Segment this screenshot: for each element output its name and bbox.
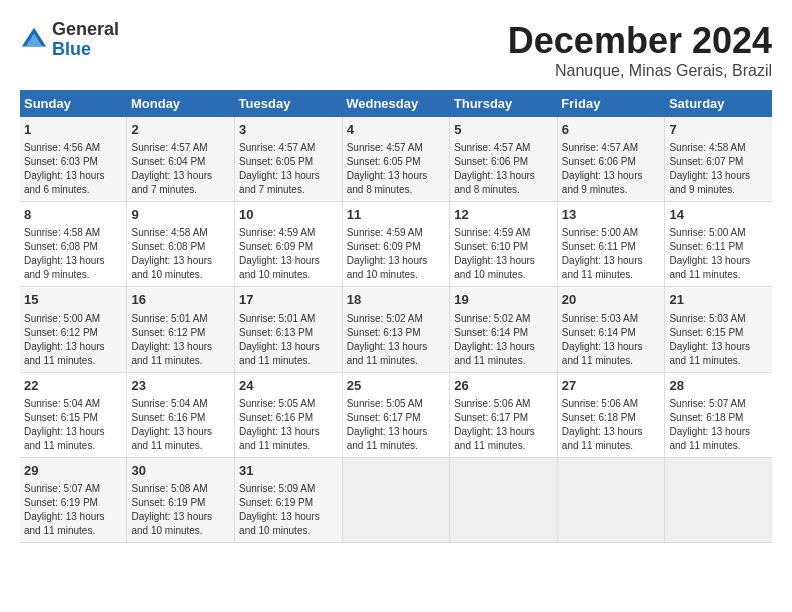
daylight-label: Daylight: 13 hours [24, 426, 105, 437]
day-number: 19 [454, 291, 553, 309]
daylight-label: Daylight: 13 hours [347, 341, 428, 352]
calendar-cell: 22Sunrise: 5:04 AMSunset: 6:15 PMDayligh… [20, 372, 127, 457]
daylight-minutes: and 11 minutes. [562, 355, 633, 366]
daylight-minutes: and 9 minutes. [24, 269, 90, 280]
calendar-cell: 27Sunrise: 5:06 AMSunset: 6:18 PMDayligh… [557, 372, 665, 457]
calendar-cell: 19Sunrise: 5:02 AMSunset: 6:14 PMDayligh… [450, 287, 558, 372]
daylight-minutes: and 6 minutes. [24, 184, 90, 195]
daylight-label: Daylight: 13 hours [669, 170, 750, 181]
daylight-label: Daylight: 13 hours [454, 255, 535, 266]
day-number: 22 [24, 377, 122, 395]
calendar-cell [557, 457, 665, 542]
day-number: 15 [24, 291, 122, 309]
calendar-cell: 30Sunrise: 5:08 AMSunset: 6:19 PMDayligh… [127, 457, 235, 542]
daylight-minutes: and 11 minutes. [239, 440, 310, 451]
calendar-cell: 7Sunrise: 4:58 AMSunset: 6:07 PMDaylight… [665, 117, 772, 202]
day-number: 16 [131, 291, 230, 309]
calendar-cell: 14Sunrise: 5:00 AMSunset: 6:11 PMDayligh… [665, 202, 772, 287]
day-number: 8 [24, 206, 122, 224]
sunset: Sunset: 6:07 PM [669, 156, 743, 167]
day-number: 6 [562, 121, 661, 139]
day-number: 2 [131, 121, 230, 139]
daylight-label: Daylight: 13 hours [239, 511, 320, 522]
daylight-minutes: and 10 minutes. [239, 525, 310, 536]
daylight-minutes: and 9 minutes. [562, 184, 628, 195]
day-number: 7 [669, 121, 768, 139]
daylight-label: Daylight: 13 hours [239, 341, 320, 352]
day-number: 30 [131, 462, 230, 480]
calendar-cell: 21Sunrise: 5:03 AMSunset: 6:15 PMDayligh… [665, 287, 772, 372]
day-number: 26 [454, 377, 553, 395]
daylight-label: Daylight: 13 hours [454, 170, 535, 181]
sunset: Sunset: 6:09 PM [239, 241, 313, 252]
sunrise: Sunrise: 4:59 AM [347, 227, 423, 238]
calendar-cell: 10Sunrise: 4:59 AMSunset: 6:09 PMDayligh… [235, 202, 343, 287]
col-monday: Monday [127, 90, 235, 117]
daylight-minutes: and 7 minutes. [131, 184, 197, 195]
sunset: Sunset: 6:09 PM [347, 241, 421, 252]
calendar-cell: 26Sunrise: 5:06 AMSunset: 6:17 PMDayligh… [450, 372, 558, 457]
calendar-cell: 17Sunrise: 5:01 AMSunset: 6:13 PMDayligh… [235, 287, 343, 372]
calendar-cell: 29Sunrise: 5:07 AMSunset: 6:19 PMDayligh… [20, 457, 127, 542]
day-number: 17 [239, 291, 338, 309]
daylight-minutes: and 11 minutes. [669, 440, 740, 451]
daylight-minutes: and 11 minutes. [347, 355, 418, 366]
logo: General Blue [20, 20, 119, 60]
sunrise: Sunrise: 5:04 AM [131, 398, 207, 409]
daylight-label: Daylight: 13 hours [24, 255, 105, 266]
column-headers: Sunday Monday Tuesday Wednesday Thursday… [20, 90, 772, 117]
calendar-cell: 4Sunrise: 4:57 AMSunset: 6:05 PMDaylight… [342, 117, 450, 202]
daylight-label: Daylight: 13 hours [669, 255, 750, 266]
daylight-minutes: and 11 minutes. [24, 525, 95, 536]
sunrise: Sunrise: 4:57 AM [239, 142, 315, 153]
calendar-cell: 2Sunrise: 4:57 AMSunset: 6:04 PMDaylight… [127, 117, 235, 202]
sunset: Sunset: 6:05 PM [347, 156, 421, 167]
calendar-week-2: 8Sunrise: 4:58 AMSunset: 6:08 PMDaylight… [20, 202, 772, 287]
daylight-label: Daylight: 13 hours [24, 341, 105, 352]
calendar-cell: 15Sunrise: 5:00 AMSunset: 6:12 PMDayligh… [20, 287, 127, 372]
daylight-minutes: and 10 minutes. [347, 269, 418, 280]
calendar-cell: 9Sunrise: 4:58 AMSunset: 6:08 PMDaylight… [127, 202, 235, 287]
col-sunday: Sunday [20, 90, 127, 117]
sunset: Sunset: 6:18 PM [669, 412, 743, 423]
day-number: 9 [131, 206, 230, 224]
sunset: Sunset: 6:15 PM [24, 412, 98, 423]
daylight-label: Daylight: 13 hours [669, 341, 750, 352]
sunset: Sunset: 6:12 PM [24, 327, 98, 338]
daylight-label: Daylight: 13 hours [239, 170, 320, 181]
sunset: Sunset: 6:04 PM [131, 156, 205, 167]
daylight-minutes: and 11 minutes. [131, 440, 202, 451]
daylight-label: Daylight: 13 hours [131, 255, 212, 266]
daylight-label: Daylight: 13 hours [131, 511, 212, 522]
daylight-minutes: and 11 minutes. [454, 355, 525, 366]
sunrise: Sunrise: 4:58 AM [669, 142, 745, 153]
sunset: Sunset: 6:05 PM [239, 156, 313, 167]
day-number: 10 [239, 206, 338, 224]
calendar-cell [342, 457, 450, 542]
sunset: Sunset: 6:13 PM [347, 327, 421, 338]
sunrise: Sunrise: 4:57 AM [347, 142, 423, 153]
day-number: 11 [347, 206, 446, 224]
daylight-minutes: and 11 minutes. [347, 440, 418, 451]
sunset: Sunset: 6:12 PM [131, 327, 205, 338]
sunrise: Sunrise: 4:57 AM [562, 142, 638, 153]
sunrise: Sunrise: 5:01 AM [239, 313, 315, 324]
daylight-minutes: and 11 minutes. [24, 440, 95, 451]
daylight-minutes: and 10 minutes. [454, 269, 525, 280]
day-number: 23 [131, 377, 230, 395]
daylight-label: Daylight: 13 hours [454, 426, 535, 437]
day-number: 25 [347, 377, 446, 395]
sunset: Sunset: 6:14 PM [454, 327, 528, 338]
daylight-label: Daylight: 13 hours [562, 341, 643, 352]
sunrise: Sunrise: 4:57 AM [454, 142, 530, 153]
calendar-week-3: 15Sunrise: 5:00 AMSunset: 6:12 PMDayligh… [20, 287, 772, 372]
calendar-cell: 6Sunrise: 4:57 AMSunset: 6:06 PMDaylight… [557, 117, 665, 202]
day-number: 14 [669, 206, 768, 224]
calendar-week-4: 22Sunrise: 5:04 AMSunset: 6:15 PMDayligh… [20, 372, 772, 457]
calendar-cell: 16Sunrise: 5:01 AMSunset: 6:12 PMDayligh… [127, 287, 235, 372]
daylight-minutes: and 11 minutes. [239, 355, 310, 366]
daylight-minutes: and 11 minutes. [562, 269, 633, 280]
daylight-minutes: and 11 minutes. [669, 269, 740, 280]
sunset: Sunset: 6:03 PM [24, 156, 98, 167]
daylight-label: Daylight: 13 hours [669, 426, 750, 437]
